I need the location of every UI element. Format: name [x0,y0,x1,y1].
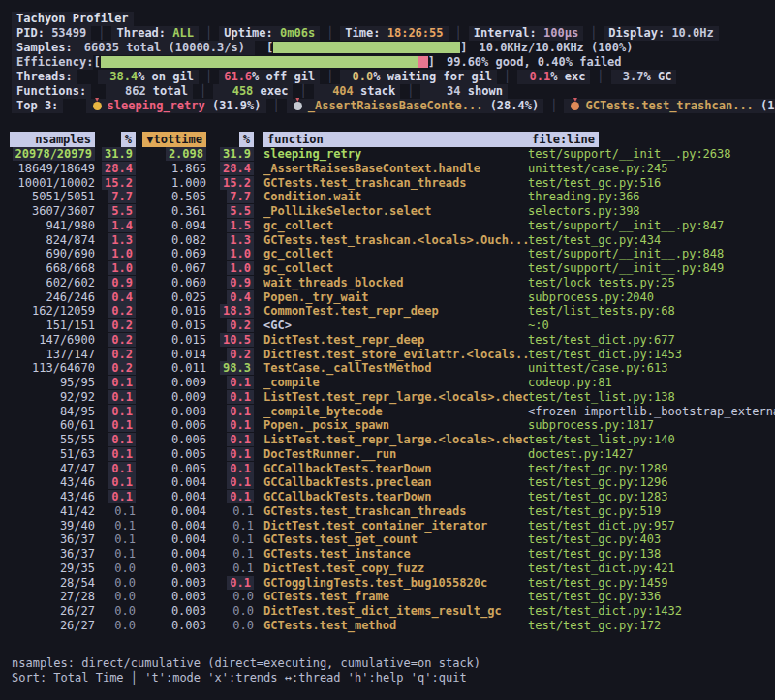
cell-pct-direct: 1.0 [95,247,136,261]
table-row[interactable]: 20978/2097931.92.09831.9sleeping_retryte… [0,147,775,162]
table-row[interactable]: 55/550.10.0060.1ListTest.test_repr_large… [0,433,775,447]
table-row[interactable]: 147/69000.20.01510.5DictTest.test_repr_d… [0,333,775,348]
table-row[interactable]: 95/950.10.0090.1_compilecodeop.py:81 [0,376,775,390]
cell-file-line-value: test/test_gc.py:519 [528,504,661,518]
cell-pct-cumulative: 0.1 [206,519,254,533]
column-gap [254,290,264,305]
cell-pct-cumulative: 0.1 [206,533,254,547]
cell-function-value: TestCase._callTestMethod [264,361,431,375]
table-row[interactable]: 92/920.10.0090.1ListTest.test_repr_large… [0,390,775,405]
table-row[interactable]: 47/470.10.0050.1GCCallbackTests.tearDown… [0,462,775,476]
table-row[interactable]: 39/400.10.0040.1DictTest.test_container_… [0,519,775,533]
cell-function-value: GCTests.test_trashcan_threads [264,504,467,518]
column-gap [254,576,264,591]
top3-percent: (31.9%) [205,99,262,112]
table-row[interactable]: 36/370.10.0040.1GCTests.test_instancetes… [0,547,775,562]
table-row[interactable]: 824/8741.30.0821.3GCTests.test_trashcan.… [0,233,775,248]
top3-entry[interactable]: sleeping_retry (31.9%) [86,99,266,113]
table-row[interactable]: 43/460.10.0040.1GCCallbackTests.preclean… [0,475,775,490]
bar-close-bracket: ] [460,41,467,54]
cell-nsamples: 43/46 [10,490,95,504]
cell-nsamples-value: 36/37 [60,547,95,561]
column-header-pct-direct[interactable]: % [95,132,136,147]
cell-file-line: test/test_dict.py:1453 [528,348,775,362]
table-row[interactable]: 27/280.00.0030.0GCTests.test_frametest/t… [0,590,775,604]
threads-stat-on-gil: 38.4% on gil [98,70,199,84]
cell-tottime-value: 0.004 [171,519,206,533]
functions-line: Functions: 862 total│ 458 exec│ 404 stac… [0,84,775,99]
functions-stat-value: 458 [218,84,253,98]
functions-stat-stack: 404 stack [314,84,400,99]
cell-function: GCTests.test_trashcan_threads [264,504,528,519]
table-row[interactable]: 41/420.10.0040.1GCTests.test_trashcan_th… [0,504,775,519]
table-row[interactable]: 3607/36075.50.3615.5_PollLikeSelector.se… [0,204,775,219]
table-row[interactable]: 26/270.00.0030.0DictTest.test_dict_items… [0,604,775,619]
table-row[interactable]: 151/1510.20.0150.2<GC>~:0 [0,319,775,333]
cell-nsamples: 28/54 [10,576,95,591]
cell-pct-direct-value: 0.2 [108,333,136,347]
cell-file-line-value: codeop.py:81 [528,376,612,389]
column-gap [254,562,264,576]
cell-pct-cumulative-value: 0.1 [232,504,254,518]
cell-pct-cumulative-value: 0.1 [227,405,254,418]
cell-nsamples: 95/95 [10,376,95,390]
functions-stat-unit: total [146,84,188,98]
separator-icon: │ [326,26,333,40]
cell-tottime-value: 0.009 [171,376,206,389]
table-row[interactable]: 51/630.10.0050.1DocTestRunner.__rundocte… [0,447,775,462]
cell-pct-direct-value: 5.5 [108,204,136,218]
table-row[interactable]: 18649/1864928.41.86528.4_AssertRaisesBas… [0,162,775,176]
table-row[interactable]: 36/370.10.0040.1GCTests.test_get_countte… [0,533,775,547]
top3-entry[interactable]: GCTests.test_trashcan... (15.2%) [564,99,775,113]
column-header-function[interactable]: function [264,132,528,147]
cell-pct-cumulative: 1.0 [206,247,254,261]
column-gap [254,190,264,204]
table-row[interactable]: 668/6681.00.0671.0gc_collecttest/support… [0,261,775,276]
cell-nsamples-value: 602/602 [46,276,95,289]
cell-pct-direct-value: 0.0 [114,590,136,603]
column-header-file-line[interactable]: file:line [528,132,775,147]
table-row[interactable]: 246/2460.40.0250.4Popen._try_waitsubproc… [0,290,775,305]
cell-nsamples: 29/35 [10,562,95,576]
cell-nsamples-value: 51/63 [60,447,95,461]
cell-pct-cumulative-value: 15.2 [220,176,254,190]
column-header-nsamples[interactable]: nsamples [10,132,95,147]
status-field-label: PID: [16,26,51,40]
table-row[interactable]: 43/460.10.0040.1GCCallbackTests.tearDown… [0,490,775,504]
cell-pct-direct: 0.1 [95,533,136,547]
column-gap [254,590,264,604]
cell-file-line-value: test/test_gc.py:138 [528,547,661,561]
table-row[interactable]: 29/350.00.0030.1DictTest.test_copy_fuzzt… [0,562,775,576]
cell-function: gc_collect [264,219,528,233]
medal-silver-icon [294,102,302,110]
cell-nsamples-value: 84/95 [60,405,95,418]
table-row[interactable]: 137/1470.20.0140.2DictTest.test_store_ev… [0,348,775,362]
column-gap [254,348,264,362]
table-row[interactable]: 602/6020.90.0600.9wait_threads_blockedte… [0,276,775,290]
cell-function-value: gc_collect [264,219,333,232]
cell-function: DictTest.test_repr_deep [264,333,528,348]
cell-function: _AssertRaisesBaseContext.handle [264,162,528,176]
top3-entry[interactable]: _AssertRaisesBaseConte... (28.4%) [287,99,543,113]
cell-function: GCCallbackTests.preclean [264,475,528,490]
table-row[interactable]: 941/9801.40.0941.5gc_collecttest/support… [0,219,775,233]
threads-stat-value: 38.4 [103,70,138,83]
status-field-value: 53499 [51,26,86,40]
table-row[interactable]: 60/610.10.0060.1Popen._posix_spawnsubpro… [0,418,775,433]
table-row[interactable]: 690/6901.00.0691.0gc_collecttest/support… [0,247,775,261]
table-row[interactable]: 162/120590.20.01618.3CommonTest.test_rep… [0,304,775,319]
samples-label: Samples: [16,41,73,54]
cell-pct-direct: 0.1 [95,504,136,519]
table-row[interactable]: 5051/50517.70.5057.7Condition.waitthread… [0,190,775,204]
table-row[interactable]: 10001/1000215.21.00015.2GCTests.test_tra… [0,176,775,191]
cell-pct-cumulative: 0.1 [206,376,254,390]
cell-pct-direct-value: 0.1 [108,447,136,461]
table-row[interactable]: 84/950.10.0080.1_compile_bytecode<frozen… [0,405,775,419]
table-row[interactable]: 113/646700.20.01198.3TestCase._callTestM… [0,361,775,376]
cell-pct-cumulative: 0.9 [206,276,254,290]
table-row[interactable]: 26/270.00.0030.0GCTests.test_methodtest/… [0,619,775,633]
table-row[interactable]: 28/540.00.0030.1GCTogglingTests.test_bug… [0,576,775,591]
cell-nsamples: 3607/3607 [10,204,95,219]
column-header-tottime[interactable]: ▼tottime [136,132,206,147]
column-header-pct-cumulative[interactable]: % [206,132,254,147]
